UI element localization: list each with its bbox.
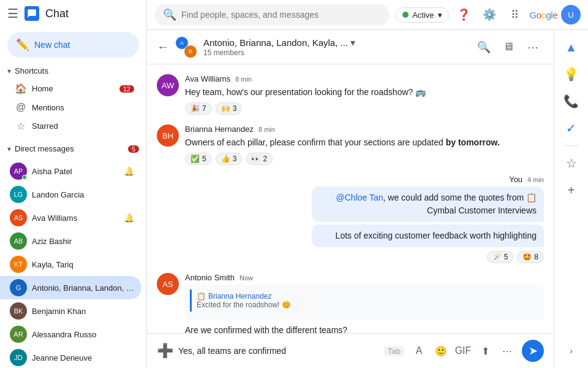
self-header: You 4 min: [312, 175, 544, 184]
msg-time-antonio: Now: [239, 274, 253, 282]
new-chat-button[interactable]: ✏️ New chat: [7, 32, 139, 58]
title-chevron: ▾: [350, 37, 355, 48]
send-button[interactable]: ➤: [522, 340, 544, 362]
message-antonio-group: AS Antonio Smith Now 📋 Brianna Hernandez: [157, 273, 544, 333]
rs-keep-icon[interactable]: 💡: [559, 62, 584, 86]
group-avatar: A B: [175, 36, 197, 58]
search-bar[interactable]: 🔍: [154, 4, 390, 25]
search-chat-button[interactable]: 🔍: [473, 36, 495, 58]
starred-label: Starred: [32, 121, 58, 131]
dm-collapse-icon: ▾: [7, 145, 11, 153]
dm-name-group: Antonio, Brianna, Landon, Kayla...: [32, 283, 134, 293]
rs-add-button[interactable]: +: [559, 178, 584, 202]
more-options-button[interactable]: ⋯: [522, 36, 544, 58]
reaction-hands[interactable]: 🙌 3: [216, 102, 243, 115]
dm-name-alessandra: Alessandra Russo: [32, 330, 134, 339]
dm-item-aziz[interactable]: AB Aziz Bashir: [0, 229, 141, 253]
dm-item-group[interactable]: G Antonio, Brianna, Landon, Kayla...: [0, 276, 141, 299]
avatar-aisha: AP: [10, 163, 27, 180]
msg-text-brianna: Owners of each pillar, please confirm th…: [185, 136, 544, 149]
self-time: 4 min: [527, 176, 544, 183]
msg-bold: by tomorrow.: [446, 137, 500, 147]
reaction-magic[interactable]: 🪄 5: [487, 251, 514, 263]
status-label: Active: [412, 10, 434, 20]
input-area: ➕ Tab A 🙂 GIF ⬆ ⋯ ➤: [147, 333, 554, 368]
rs-phone-icon[interactable]: 📞: [559, 89, 584, 113]
reaction-thumbs[interactable]: 👍 3: [216, 153, 243, 165]
self-text2: Lots of exciting customer feedback worth…: [336, 231, 537, 240]
video-call-button[interactable]: 🖥: [497, 36, 519, 58]
msg-sender-antonio: Antonio Smith: [185, 273, 235, 282]
app-logo: [24, 6, 39, 21]
dm-title: Direct messages: [15, 144, 128, 153]
plus-icon: ✏️: [16, 38, 29, 52]
dm-section-header[interactable]: ▾ Direct messages 5: [0, 140, 146, 157]
sidebar-item-starred[interactable]: ☆ Starred: [0, 117, 141, 136]
reactions-brianna: ✅ 5 👍 3 👀 2: [185, 153, 544, 165]
reaction-eyes[interactable]: 👀 2: [246, 153, 273, 165]
reaction-check[interactable]: ✅ 5: [185, 153, 212, 165]
upload-button[interactable]: ⬆: [475, 341, 495, 361]
format-text-button[interactable]: A: [409, 341, 429, 361]
gif-button[interactable]: GIF: [453, 341, 473, 361]
menu-icon[interactable]: ☰: [7, 6, 18, 21]
self-bubble: @Chloe Tan, we could add some the quotes…: [312, 186, 544, 222]
help-icon[interactable]: ❓: [453, 4, 475, 26]
dm-item-antonio[interactable]: AS Ava Williams 🔔: [0, 206, 141, 229]
rs-divider: [564, 145, 579, 146]
reaction-star-eyes[interactable]: 🤩 8: [517, 251, 544, 263]
message-self: You 4 min @Chloe Tan, we could add some …: [157, 175, 544, 263]
rs-tasks-icon[interactable]: ✓: [559, 116, 584, 140]
rs-star-button[interactable]: ☆: [559, 151, 584, 175]
message-input[interactable]: [178, 346, 379, 356]
self-reactions: 🪄 5 🤩 8: [312, 251, 544, 263]
dm-item-benjamin[interactable]: BK Benjamin Khan: [0, 299, 141, 323]
home-label: Home: [32, 84, 53, 93]
app-title: Chat: [45, 7, 69, 20]
sidebar-item-mentions[interactable]: @ Mentions: [0, 98, 141, 117]
tab-hint: Tab: [384, 346, 404, 356]
search-icon: 🔍: [163, 8, 176, 21]
msg-content-brianna: Brianna Hernandez 8 min Owners of each p…: [185, 125, 544, 165]
search-input[interactable]: [181, 10, 381, 20]
settings-icon[interactable]: ⚙️: [478, 4, 500, 26]
self-content: You 4 min @Chloe Tan, we could add some …: [312, 175, 544, 263]
attach-button[interactable]: ➕: [157, 343, 173, 359]
apps-icon[interactable]: ⠿: [504, 4, 526, 26]
rs-drive-icon[interactable]: ▲: [559, 35, 584, 59]
top-actions: Active ▾ ❓ ⚙️ ⠿ Google U: [396, 4, 581, 26]
reaction-party[interactable]: 🎉 7: [185, 102, 212, 115]
avatar-benjamin: BK: [10, 302, 27, 320]
sidebar-item-home[interactable]: 🏠 Home 12: [0, 79, 141, 98]
dm-item-alessandra[interactable]: AR Alessandra Russo: [0, 323, 141, 346]
msg-header-ava: Ava Williams 8 min: [185, 74, 544, 83]
self-mention: @Chloe Tan: [336, 193, 383, 202]
msg-time-ava: 8 min: [235, 75, 252, 83]
dm-item-kayla[interactable]: KT Kayla, Tariq: [0, 253, 141, 276]
avatar-ava-msg: AW: [157, 74, 179, 96]
back-button[interactable]: ←: [157, 40, 169, 54]
chat-title[interactable]: Antonio, Brianna, Landon, Kayla, ... ▾: [203, 37, 467, 48]
dm-item-landon[interactable]: LG Landon Garcia: [0, 183, 141, 206]
rs-collapse-button[interactable]: ›: [559, 339, 584, 363]
mentions-label: Mentions: [32, 103, 64, 112]
bell-icon-antonio[interactable]: 🔔: [124, 213, 134, 223]
dm-name-aisha: Aisha Patel: [32, 167, 119, 176]
dm-item-jeanne[interactable]: JD Jeanne Deneuve: [0, 346, 141, 368]
chat-header: ← A B Antonio, Brianna, Landon, Kayla, .…: [147, 30, 554, 64]
user-avatar[interactable]: U: [561, 5, 581, 25]
shortcuts-section[interactable]: ▾ Shortcuts: [0, 63, 146, 79]
dm-item-aisha[interactable]: AP Aisha Patel 🔔: [0, 159, 141, 183]
emoji-button[interactable]: 🙂: [431, 341, 451, 361]
new-chat-label: New chat: [34, 40, 70, 50]
self-bubble2: Lots of exciting customer feedback worth…: [312, 224, 544, 247]
status-button[interactable]: Active ▾: [396, 7, 448, 23]
msg-text-ava: Hey team, how's our presentation looking…: [185, 86, 544, 99]
header-actions: 🔍 🖥 ⋯: [473, 36, 544, 58]
chat-messages: AW Ava Williams 8 min Hey team, how's ou…: [147, 64, 554, 333]
collapse-icon: ▾: [7, 67, 11, 75]
shortcuts-title: Shortcuts: [15, 66, 139, 75]
more-button[interactable]: ⋯: [497, 341, 517, 361]
bell-icon-aisha[interactable]: 🔔: [124, 166, 134, 176]
avatar-antonio: AS: [10, 209, 27, 226]
